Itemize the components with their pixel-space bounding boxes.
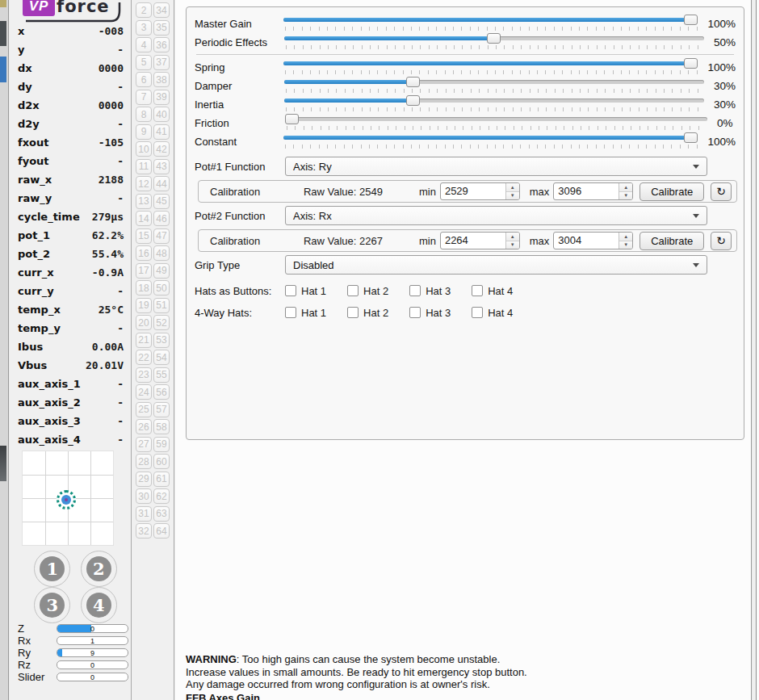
slider-spring[interactable] [283, 58, 698, 77]
axis-bar-row: Slider0 [18, 671, 132, 683]
telemetry-row: y- [10, 40, 132, 59]
device-button-row: 2557 [132, 402, 174, 417]
telemetry-value: 20.01V [86, 359, 124, 371]
telemetry-label: x [18, 25, 86, 37]
hat-checkbox[interactable] [472, 307, 483, 318]
device-button: 26 [136, 419, 152, 434]
slider-friction[interactable] [285, 114, 707, 132]
device-button: 8 [136, 107, 152, 122]
axis-bar-row: Z0 [18, 622, 132, 635]
spin-buttons: ▲ ▼ [505, 233, 519, 249]
slider-handle[interactable] [406, 95, 420, 106]
spin-down-icon[interactable]: ▼ [619, 241, 632, 249]
spin-up-icon[interactable]: ▲ [506, 233, 519, 241]
hat-checkbox-item: Hat 3 [409, 307, 451, 319]
telemetry-row: cycle_time279µs [10, 207, 132, 226]
hat-checkbox[interactable] [409, 307, 421, 318]
device-button: 64 [153, 523, 170, 539]
device-button: 57 [153, 402, 170, 417]
telemetry-label: cycle_time [18, 211, 86, 223]
slider-constant[interactable] [283, 132, 698, 151]
pot1-refresh-button[interactable]: ↻ [711, 182, 732, 201]
spin-down-icon[interactable]: ▼ [506, 241, 519, 249]
telemetry-row: pot_162.2% [10, 226, 132, 245]
pot2-calibration-frame: Calibration Raw Value: 2267 min 2264 ▲ ▼… [198, 229, 737, 252]
device-button-grid: 2343354365376387398409411042114312441345… [132, 0, 174, 700]
slider-label: Friction [195, 117, 285, 129]
joystick-button-number: 4 [86, 593, 111, 618]
pot2-refresh-button[interactable]: ↻ [711, 232, 732, 250]
slider-label: Periodic Effects [195, 36, 284, 48]
device-button-row: 2961 [132, 472, 174, 487]
hat-checkbox-item: Hat 1 [285, 307, 326, 319]
pot2-min-spinbox[interactable]: 2264 ▲ ▼ [440, 232, 520, 249]
slider-fill [283, 18, 698, 22]
slider-periodic-effects[interactable] [284, 33, 704, 52]
device-button: 37 [153, 55, 170, 70]
pot1-min-value[interactable]: 2529 [441, 183, 505, 199]
background-sliver-selected-item [0, 57, 6, 82]
hats-as-buttons-label: Hats as Buttons: [195, 285, 285, 297]
right-edge-panel-border [756, 0, 759, 700]
device-button: 19 [136, 298, 152, 313]
device-button-row: 2052 [132, 315, 174, 330]
device-button-row: 3163 [132, 506, 174, 522]
telemetry-row: pot_255.4% [10, 245, 132, 263]
grip-type-label: Grip Type [195, 259, 285, 271]
slider-fill [284, 36, 494, 40]
pot2-function-select[interactable]: Axis: Rx [285, 206, 707, 225]
hat-checkbox[interactable] [472, 285, 483, 296]
slider-track[interactable] [285, 117, 707, 121]
pot1-min-spinbox[interactable]: 2529 ▲ ▼ [440, 182, 520, 200]
slider-handle[interactable] [285, 114, 299, 124]
spin-down-icon[interactable]: ▼ [506, 192, 519, 200]
pot2-calibrate-button[interactable]: Calibrate [639, 232, 704, 250]
hat-checkbox[interactable] [285, 285, 296, 296]
pot2-max-value[interactable]: 3004 [554, 233, 619, 249]
chevron-down-icon [693, 165, 699, 169]
slider-handle[interactable] [684, 15, 698, 25]
device-button-row: 840 [132, 107, 174, 122]
spin-up-icon[interactable]: ▲ [619, 183, 632, 192]
hat-checkbox[interactable] [347, 307, 359, 318]
slider-label: Damper [195, 80, 284, 92]
slider-inertia[interactable] [284, 95, 704, 114]
slider-handle[interactable] [684, 58, 698, 69]
telemetry-value: - [86, 192, 124, 204]
device-button: 62 [153, 488, 170, 504]
pot2-min-value[interactable]: 2264 [441, 233, 505, 249]
pot2-max-spinbox[interactable]: 3004 ▲ ▼ [553, 232, 633, 249]
spin-down-icon[interactable]: ▼ [619, 192, 632, 200]
slider-ticks [285, 70, 704, 74]
slider-master-gain[interactable] [283, 15, 698, 33]
telemetry-label: dy [18, 81, 86, 93]
slider-value: 30% [714, 80, 736, 92]
slider-handle[interactable] [487, 33, 501, 44]
slider-value: 0% [717, 117, 733, 129]
device-button: 51 [153, 298, 170, 313]
spin-up-icon[interactable]: ▲ [619, 233, 632, 241]
pot1-max-value[interactable]: 3096 [554, 183, 619, 199]
pot1-function-select[interactable]: Axis: Ry [285, 157, 707, 176]
slider-damper[interactable] [284, 77, 704, 95]
device-button-row: 1951 [132, 298, 174, 313]
hat-checkbox[interactable] [285, 307, 296, 318]
hat-checkbox[interactable] [409, 285, 421, 296]
joystick-button-indicator: 2 [81, 551, 117, 587]
spin-up-icon[interactable]: ▲ [506, 183, 519, 192]
xy-position-grid [22, 451, 114, 546]
telemetry-row: raw_y- [10, 189, 132, 207]
slider-handle[interactable] [406, 77, 420, 87]
grip-type-select[interactable]: Disabled [285, 255, 707, 275]
hat-checkbox-label: Hat 2 [363, 285, 388, 297]
device-button-row: 1850 [132, 280, 174, 296]
pot1-calibrate-button[interactable]: Calibrate [639, 182, 704, 201]
slider-handle[interactable] [684, 132, 698, 143]
device-button: 53 [153, 333, 170, 348]
hat-checkbox[interactable] [347, 285, 359, 296]
device-button: 56 [153, 384, 170, 400]
axis-bar: 0 [57, 673, 128, 681]
device-button: 6 [136, 72, 152, 87]
calibration-label: Calibration [210, 235, 304, 247]
pot1-max-spinbox[interactable]: 3096 ▲ ▼ [553, 182, 633, 200]
